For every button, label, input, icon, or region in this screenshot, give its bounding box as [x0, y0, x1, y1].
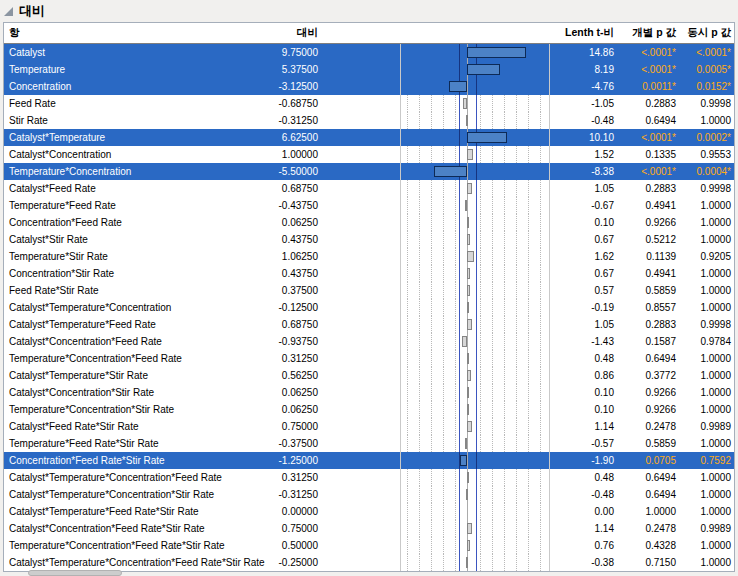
contrast-bar	[467, 404, 469, 415]
individual-p-cell: 0.6494	[614, 353, 676, 364]
lenth-margin-line	[459, 316, 460, 333]
chart-gridline	[431, 214, 432, 231]
lenth-margin-line	[459, 520, 460, 537]
chart-gridline	[407, 554, 408, 571]
chart-gridline	[528, 350, 529, 367]
chart-gridline	[455, 265, 456, 282]
contrast-cell: 0.06250	[266, 387, 318, 398]
contrast-bar-chart-cell	[400, 265, 550, 282]
chart-gridline	[480, 401, 481, 418]
table-row[interactable]: Temperature5.375008.19<.0001*0.0005*	[4, 61, 734, 78]
lenth-margin-line	[476, 503, 477, 520]
term-cell: Feed Rate	[4, 98, 266, 109]
table-row[interactable]: Temperature*Stir Rate1.062501.620.11390.…	[4, 248, 734, 265]
chart-gridline	[419, 231, 420, 248]
table-row[interactable]: Stir Rate-0.31250-0.480.64941.0000	[4, 112, 734, 129]
term-cell: Catalyst*Concentration	[4, 149, 266, 160]
table-row[interactable]: Catalyst*Temperature*Feed Rate*Stir Rate…	[4, 503, 734, 520]
chart-gridline	[455, 469, 456, 486]
chart-gridline	[407, 197, 408, 214]
lenth-t-cell: -0.48	[550, 489, 614, 500]
col-header-individual-p: 개별 p 값	[614, 26, 676, 40]
table-row[interactable]: Catalyst*Temperature*Feed Rate0.687501.0…	[4, 316, 734, 333]
table-row[interactable]: Catalyst*Temperature*Stir Rate0.562500.8…	[4, 367, 734, 384]
table-row[interactable]: Catalyst*Feed Rate*Stir Rate0.750001.140…	[4, 418, 734, 435]
chart-gridline	[540, 367, 541, 384]
table-row[interactable]: Concentration*Stir Rate0.437500.670.4941…	[4, 265, 734, 282]
table-row[interactable]: Concentration*Feed Rate*Stir Rate-1.2500…	[4, 452, 734, 469]
chart-gridline	[504, 418, 505, 435]
chart-gridline	[516, 180, 517, 197]
lenth-margin-line	[476, 435, 477, 452]
table-row[interactable]: Catalyst*Concentration*Stir Rate0.062500…	[4, 384, 734, 401]
disclosure-triangle-icon[interactable]	[4, 7, 13, 16]
contrast-bar-chart-cell	[400, 333, 550, 350]
table-row[interactable]: Temperature*Concentration*Stir Rate0.062…	[4, 401, 734, 418]
chart-gridline	[504, 282, 505, 299]
table-row[interactable]: Feed Rate-0.68750-1.050.28830.9998	[4, 95, 734, 112]
table-row[interactable]: Temperature*Concentration*Feed Rate0.312…	[4, 350, 734, 367]
lenth-t-cell: 1.05	[550, 319, 614, 330]
chart-gridline	[455, 282, 456, 299]
contrast-bar-chart-cell	[400, 44, 550, 61]
chart-gridline	[455, 367, 456, 384]
chart-gridline	[407, 282, 408, 299]
chart-gridline	[443, 554, 444, 571]
chart-gridline	[504, 146, 505, 163]
table-row[interactable]: Concentration-3.12500-4.760.0011*0.0152*	[4, 78, 734, 95]
table-row[interactable]: Feed Rate*Stir Rate0.375000.570.58591.00…	[4, 282, 734, 299]
lenth-margin-line	[476, 333, 477, 350]
chart-gridline	[455, 486, 456, 503]
table-row[interactable]: Catalyst*Temperature*Concentration*Feed …	[4, 469, 734, 486]
lenth-t-cell: 0.67	[550, 268, 614, 279]
table-row[interactable]: Temperature*Feed Rate*Stir Rate-0.37500-…	[4, 435, 734, 452]
term-cell: Catalyst*Feed Rate	[4, 183, 266, 194]
individual-p-cell: 0.6494	[614, 115, 676, 126]
table-row[interactable]: Catalyst9.7500014.86<.0001*<.0001*	[4, 44, 734, 61]
table-row[interactable]: Catalyst*Stir Rate0.437500.670.52121.000…	[4, 231, 734, 248]
lenth-margin-line	[476, 401, 477, 418]
table-row[interactable]: Catalyst*Concentration*Feed Rate-0.93750…	[4, 333, 734, 350]
table-row[interactable]: Temperature*Concentration*Feed Rate*Stir…	[4, 537, 734, 554]
lenth-t-cell: 0.57	[550, 285, 614, 296]
chart-gridline	[431, 486, 432, 503]
lenth-margin-line	[476, 78, 477, 95]
table-row[interactable]: Catalyst*Temperature*Concentration-0.125…	[4, 299, 734, 316]
chart-gridline	[443, 146, 444, 163]
chart-gridline	[492, 350, 493, 367]
contrast-bar-chart-cell	[400, 384, 550, 401]
lenth-margin-line	[476, 520, 477, 537]
simultaneous-p-cell: 0.0004*	[676, 166, 734, 177]
chart-gridline	[492, 520, 493, 537]
chart-gridline	[492, 282, 493, 299]
table-row[interactable]: Catalyst*Temperature*Concentration*Feed …	[4, 554, 734, 571]
chart-gridline	[516, 520, 517, 537]
table-row[interactable]: Catalyst*Feed Rate0.687501.050.28830.999…	[4, 180, 734, 197]
lenth-t-cell: 1.52	[550, 149, 614, 160]
individual-p-cell: 0.1335	[614, 149, 676, 160]
contrast-bar	[467, 387, 469, 398]
table-row[interactable]: Catalyst*Concentration1.000001.520.13350…	[4, 146, 734, 163]
table-row[interactable]: Temperature*Concentration-5.50000-8.38<.…	[4, 163, 734, 180]
chart-gridline	[443, 112, 444, 129]
chart-gridline	[480, 384, 481, 401]
table-body: Catalyst9.7500014.86<.0001*<.0001*Temper…	[4, 44, 734, 571]
chart-gridline	[419, 384, 420, 401]
chart-gridline	[540, 265, 541, 282]
contrast-cell: 0.56250	[266, 370, 318, 381]
chart-gridline	[516, 384, 517, 401]
chart-gridline	[504, 401, 505, 418]
lenth-t-cell: -0.67	[550, 200, 614, 211]
zero-axis-line	[467, 197, 468, 214]
chart-gridline	[443, 282, 444, 299]
table-row[interactable]: Catalyst*Temperature*Concentration*Stir …	[4, 486, 734, 503]
horizontal-scrollbar-thumb[interactable]	[28, 570, 122, 576]
chart-gridline	[480, 333, 481, 350]
table-row[interactable]: Temperature*Feed Rate-0.43750-0.670.4941…	[4, 197, 734, 214]
term-cell: Concentration*Feed Rate	[4, 217, 266, 228]
table-row[interactable]: Catalyst*Temperature6.6250010.10<.0001*0…	[4, 129, 734, 146]
chart-gridline	[480, 316, 481, 333]
table-row[interactable]: Concentration*Feed Rate0.062500.100.9266…	[4, 214, 734, 231]
chart-gridline	[419, 333, 420, 350]
table-row[interactable]: Catalyst*Concentration*Feed Rate*Stir Ra…	[4, 520, 734, 537]
